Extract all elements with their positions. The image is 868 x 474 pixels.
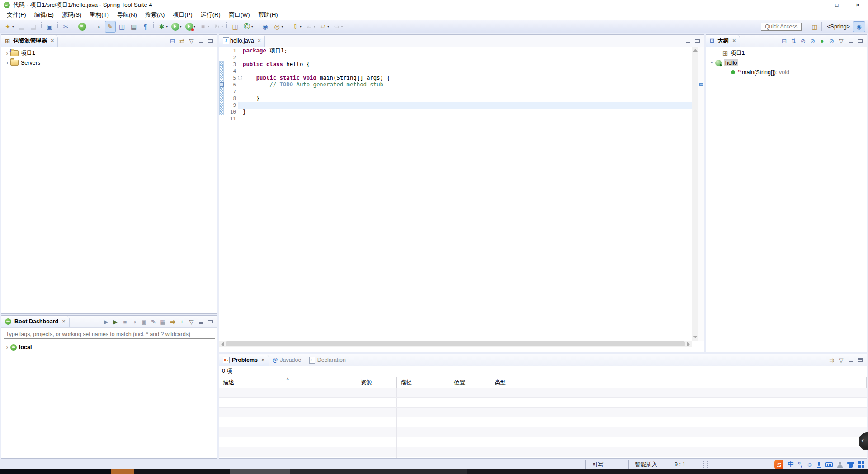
close-icon[interactable] <box>732 38 736 43</box>
view-menu-icon[interactable]: ▽ <box>187 37 196 45</box>
minimize-icon[interactable] <box>846 37 855 45</box>
spring-boot-button[interactable] <box>77 21 88 33</box>
goto-last-edit-button[interactable]: ⇩▾ <box>290 21 303 33</box>
code-editor[interactable]: 1package 项目1;23public class hello {45− p… <box>219 47 692 341</box>
collapse-all-icon[interactable]: ⊟ <box>168 37 177 45</box>
dropdown-arrow-icon[interactable]: ▾ <box>208 25 209 28</box>
dropdown-arrow-icon[interactable]: ▾ <box>166 25 168 28</box>
hide-non-public-icon[interactable]: ● <box>818 37 826 45</box>
profile-button[interactable]: ▾ <box>184 21 197 33</box>
vertical-scrollbar[interactable] <box>692 47 698 341</box>
brush-button[interactable]: ✎ <box>105 21 116 33</box>
new-wizard-button[interactable]: ✦▾ <box>2 21 15 33</box>
column-header-4[interactable]: 位置 <box>450 377 491 388</box>
microphone-icon[interactable] <box>817 462 821 468</box>
search-button[interactable]: ◎▾ <box>272 21 285 33</box>
column-header-3[interactable]: 路径 <box>397 377 450 388</box>
scroll-right-icon[interactable] <box>687 342 690 346</box>
maximize-icon[interactable] <box>856 37 864 45</box>
new-class-button[interactable]: Ⓒ▾ <box>241 21 255 33</box>
quick-access-box[interactable]: Quick Access <box>761 23 802 31</box>
dropdown-arrow-icon[interactable]: ▾ <box>300 25 302 28</box>
minimize-button[interactable]: ─ <box>806 0 826 10</box>
collapse-icon[interactable]: − <box>238 76 242 80</box>
taskbar-segment[interactable] <box>134 469 230 474</box>
maximize-icon[interactable] <box>206 37 215 45</box>
skin-icon[interactable] <box>847 462 854 468</box>
console-icon[interactable]: ▣ <box>140 318 148 326</box>
maximize-icon[interactable] <box>206 318 215 326</box>
stop-icon[interactable]: ■ <box>121 318 129 326</box>
boot-dashboard-tab[interactable]: Boot Dashboard <box>1 316 70 327</box>
menu-item-source[interactable]: 源码(S) <box>58 10 85 20</box>
task-marker-icon[interactable] <box>220 82 224 87</box>
taskbar-segment[interactable] <box>290 469 467 474</box>
scissors-button[interactable]: ✂ <box>61 21 71 33</box>
outline-tab[interactable]: ⊡ 大纲 <box>706 35 740 47</box>
minimize-icon[interactable] <box>197 318 205 326</box>
console-button[interactable]: ▣ <box>44 21 55 33</box>
dropdown-arrow-icon[interactable]: ▾ <box>314 25 316 28</box>
emoji-icon[interactable]: ☺ <box>807 461 813 468</box>
chinese-mode-icon[interactable]: 中 <box>788 460 794 469</box>
menu-item-run[interactable]: 运行(R) <box>197 10 225 20</box>
spring-perspective-label[interactable]: <Spring> <box>827 24 850 30</box>
menu-item-navigate[interactable]: 导航(N) <box>113 10 141 20</box>
minimize-icon[interactable] <box>684 37 692 45</box>
tree-item-1[interactable]: ⊞项目1 <box>706 48 867 58</box>
editor-tab-hello-java[interactable]: J hello.java <box>219 35 265 47</box>
dropdown-arrow-icon[interactable]: ▾ <box>282 25 283 28</box>
boot-dashboard-filter-input[interactable] <box>4 330 215 339</box>
expander-icon[interactable] <box>709 59 715 66</box>
taskbar-app-button[interactable] <box>230 469 290 474</box>
toolbox-icon[interactable] <box>858 461 864 468</box>
start-icon[interactable]: ▶ <box>102 318 110 326</box>
tree-item-mainstring[interactable]: Smain(String[]) : void <box>706 67 867 77</box>
menu-item-edit[interactable]: 编辑(E) <box>30 10 58 20</box>
minimize-icon[interactable] <box>846 356 855 365</box>
close-icon[interactable] <box>261 358 265 362</box>
sort-icon[interactable]: ⇅ <box>789 37 798 45</box>
show-table-button[interactable]: ▦ <box>128 21 139 33</box>
person-icon[interactable] <box>837 462 843 468</box>
menu-item-help[interactable]: 帮助(H) <box>254 10 282 20</box>
run-button[interactable]: ▾ <box>170 21 183 33</box>
dropdown-arrow-icon[interactable]: ▾ <box>194 25 196 28</box>
expander-icon[interactable] <box>4 59 10 66</box>
properties-table-icon[interactable]: ▦ <box>159 318 167 326</box>
dropdown-arrow-icon[interactable]: ▾ <box>327 25 329 28</box>
scroll-left-icon[interactable] <box>221 342 224 346</box>
menu-item-file[interactable]: 文件(F) <box>3 10 30 20</box>
dropdown-arrow-icon[interactable]: ▾ <box>251 25 253 28</box>
tree-item-hello[interactable]: hello <box>706 58 867 67</box>
maximize-icon[interactable] <box>856 356 864 365</box>
collapse-all-icon[interactable]: ⊟ <box>780 37 788 45</box>
close-icon[interactable] <box>51 38 54 43</box>
filter-icon[interactable]: ⇉ <box>168 318 177 326</box>
close-icon[interactable] <box>62 319 66 324</box>
horizontal-scrollbar[interactable] <box>219 341 692 347</box>
hide-static-icon[interactable]: ⊘ <box>808 37 817 45</box>
add-icon[interactable]: + <box>178 318 186 326</box>
tree-item-local[interactable]: local <box>1 342 217 352</box>
punctuation-icon[interactable]: °, <box>798 461 802 468</box>
new-java-project-button[interactable]: ◫ <box>230 21 241 33</box>
task-marker-overview[interactable] <box>699 83 703 86</box>
column-header-5[interactable]: 类型 <box>491 377 532 388</box>
view-menu-icon[interactable]: ▽ <box>187 318 196 326</box>
filter-icon[interactable]: ⇉ <box>827 356 836 365</box>
menu-item-refactor[interactable]: 重构(T) <box>85 10 113 20</box>
debug-button[interactable]: ✱▾ <box>156 21 170 33</box>
view-menu-icon[interactable]: ▽ <box>837 37 845 45</box>
tab-problems[interactable]: Problems <box>219 355 269 366</box>
scroll-up-icon[interactable] <box>693 49 698 52</box>
overview-ruler[interactable] <box>698 47 704 341</box>
restart-icon[interactable]: ◑ <box>130 318 139 326</box>
tree-item-servers[interactable]: Servers <box>1 58 217 67</box>
link-with-editor-icon[interactable]: ⇄ <box>178 37 186 45</box>
keyboard-icon[interactable] <box>825 462 833 467</box>
tree-item-1[interactable]: J项目1 <box>1 48 217 58</box>
history-search-button[interactable]: ◑ <box>93 21 104 33</box>
hide-fields-icon[interactable]: ⊘ <box>799 37 807 45</box>
hide-local-types-icon[interactable]: ⊘ <box>827 37 836 45</box>
